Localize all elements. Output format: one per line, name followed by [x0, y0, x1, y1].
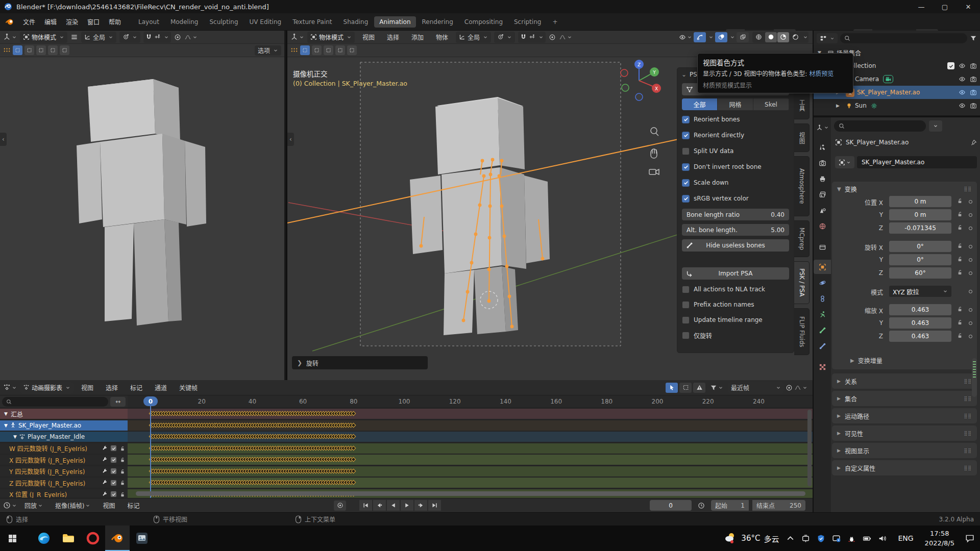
animate-dot[interactable] — [969, 271, 972, 275]
current-frame-field[interactable]: 0 — [650, 500, 692, 511]
select-cursor-toggle[interactable] — [666, 383, 678, 393]
transform-delta-panel[interactable]: ▶变换增量 — [850, 356, 883, 365]
panel-集合[interactable]: ▶集合⣿⣿ — [832, 391, 977, 406]
sidebar-tab-MCprep[interactable]: MCprep — [794, 220, 810, 257]
filter-tab-全部[interactable]: 全部 — [682, 98, 718, 110]
render-visibility-icon[interactable] — [970, 62, 977, 69]
proportional-edit-icon[interactable] — [174, 34, 181, 41]
properties-options-dropdown[interactable] — [929, 120, 942, 132]
eye-icon[interactable] — [959, 89, 966, 96]
tray-chevron-icon[interactable] — [786, 534, 795, 543]
object-type-dropdown[interactable] — [835, 156, 854, 168]
panel-自定义属性[interactable]: ▶自定义属性⣿⣿ — [832, 460, 977, 475]
box-select-toggle[interactable] — [679, 383, 692, 393]
filter-icon[interactable] — [970, 35, 977, 42]
channel-fcurve[interactable]: W 四元数旋转 (J_R_EyeIris) — [0, 443, 128, 454]
expand-channels-button[interactable]: ↔ — [110, 397, 126, 407]
animate-dot[interactable] — [969, 321, 972, 325]
jump-to-end-button[interactable] — [428, 500, 441, 511]
pan-hand-icon[interactable] — [651, 149, 657, 158]
blender-taskbar-icon[interactable] — [105, 525, 130, 551]
xray-toggle[interactable] — [737, 32, 749, 42]
animate-dot[interactable] — [969, 200, 972, 204]
channel-fcurve[interactable]: X 四元数旋转 (J_R_EyeIris) — [0, 455, 128, 465]
shading-material-preview-button[interactable] — [777, 32, 789, 42]
menu-窗口[interactable]: 窗口 — [83, 15, 104, 29]
psk-option-0[interactable]: Reorient bones — [682, 114, 789, 125]
visibility-dropdown[interactable] — [679, 34, 692, 41]
checkbox-icon[interactable] — [682, 163, 690, 171]
transform-value-field[interactable]: 0° — [889, 241, 951, 252]
properties-tab-output[interactable] — [814, 171, 831, 186]
viewport-left-canvas[interactable] — [0, 57, 284, 380]
viewport-menu-视图[interactable]: 视图 — [358, 31, 379, 44]
select-tool-1[interactable] — [312, 45, 322, 55]
orientation-dropdown[interactable]: 全局 — [456, 32, 491, 43]
battery-icon[interactable] — [863, 534, 871, 543]
lock-open-icon[interactable] — [119, 468, 126, 474]
visibility-checkbox[interactable] — [947, 62, 954, 69]
workspace-tab-compositing[interactable]: Compositing — [459, 16, 508, 28]
browser-red-icon[interactable] — [81, 525, 105, 551]
close-button[interactable]: ✕ — [957, 0, 980, 13]
modifier-wrench-icon[interactable] — [102, 457, 108, 463]
psa-option-0[interactable]: All actions to NLA track — [682, 284, 789, 295]
hide-useless-bones-button[interactable]: Hide useless bones — [682, 239, 789, 252]
lock-open-icon[interactable] — [957, 319, 963, 325]
timeline-menu-标记[interactable]: 标记 — [122, 499, 144, 512]
filter-tab-网格[interactable]: 网格 — [718, 98, 753, 110]
keyframe[interactable] — [351, 457, 356, 462]
shading-rendered-button[interactable] — [790, 32, 801, 42]
action-center-icon[interactable] — [960, 525, 980, 551]
properties-search-input[interactable] — [834, 120, 926, 132]
lock-open-icon[interactable] — [119, 480, 126, 486]
properties-tab-collection[interactable] — [814, 240, 831, 254]
checkbox-icon[interactable] — [682, 316, 690, 324]
sidebar-tab-FLIP-Fluids[interactable]: FLIP Fluids — [794, 308, 810, 355]
language-indicator[interactable]: ENG — [898, 534, 913, 542]
properties-tab-tool[interactable] — [814, 140, 831, 154]
eye-icon[interactable] — [959, 62, 966, 69]
select-tool-1[interactable] — [24, 45, 34, 55]
channel-fcurve[interactable]: Z 四元数旋转 (J_R_EyeIris) — [0, 478, 128, 488]
only-errors-toggle[interactable] — [693, 383, 705, 393]
filter-tab-Skel[interactable]: Skel — [753, 98, 789, 110]
transform-value-field[interactable]: 0° — [889, 254, 951, 265]
psa-option-3[interactable]: 仅旋转 — [682, 330, 789, 341]
editor-type-dropdown[interactable] — [290, 33, 304, 41]
animate-dot[interactable] — [969, 258, 972, 262]
play-reverse-button[interactable] — [387, 500, 400, 511]
add-workspace-button[interactable]: + — [547, 16, 562, 28]
channel-action[interactable]: ▼Player_Master_Idle — [0, 432, 128, 442]
transform-value-field[interactable]: 0 m — [889, 196, 951, 207]
outliner-display-mode[interactable] — [817, 33, 838, 43]
channel-object[interactable]: ▼SK_Player_Master.ao — [0, 420, 128, 431]
transform-value-field[interactable]: 0.463 — [889, 304, 951, 315]
psa-option-2[interactable]: Update timeline range — [682, 314, 789, 325]
frame-start-field[interactable]: 起始1 — [711, 500, 749, 511]
lock-open-icon[interactable] — [119, 445, 126, 452]
channel-keys[interactable] — [128, 478, 813, 488]
blender-logo-icon[interactable] — [5, 17, 14, 27]
dope-menu-关键帧[interactable]: 关键帧 — [175, 381, 202, 394]
edge-browser-icon[interactable] — [32, 525, 56, 551]
channel-summary[interactable]: ▼汇总 — [0, 409, 128, 419]
psa-option-1[interactable]: Prefix action names — [682, 299, 789, 310]
transform-value-field[interactable]: 0 m — [889, 209, 951, 220]
transform-value-field[interactable]: -0.071345 — [889, 222, 951, 234]
horizontal-scrollbar[interactable] — [136, 491, 805, 496]
next-keyframe-button[interactable] — [414, 500, 427, 511]
checkbox-icon[interactable] — [682, 179, 690, 187]
clock-widget[interactable]: 17:582022/8/5 — [925, 529, 954, 548]
qq-icon[interactable] — [847, 534, 856, 543]
options-dropdown[interactable]: 选项 — [255, 45, 281, 56]
keyframe[interactable] — [351, 434, 356, 439]
viewport-menu-物体[interactable]: 物体 — [431, 31, 453, 44]
sidebar-tab-视图[interactable]: 视图 — [794, 123, 810, 152]
pin-icon[interactable] — [970, 139, 977, 146]
timeline-editor-type-dropdown[interactable] — [3, 502, 17, 509]
properties-tab-texture[interactable] — [814, 360, 831, 374]
mode-dropdown[interactable]: 物体模式 — [307, 32, 355, 43]
checkbox-icon[interactable] — [682, 332, 690, 339]
navigation-gizmo[interactable]: Z Y X — [621, 60, 661, 101]
